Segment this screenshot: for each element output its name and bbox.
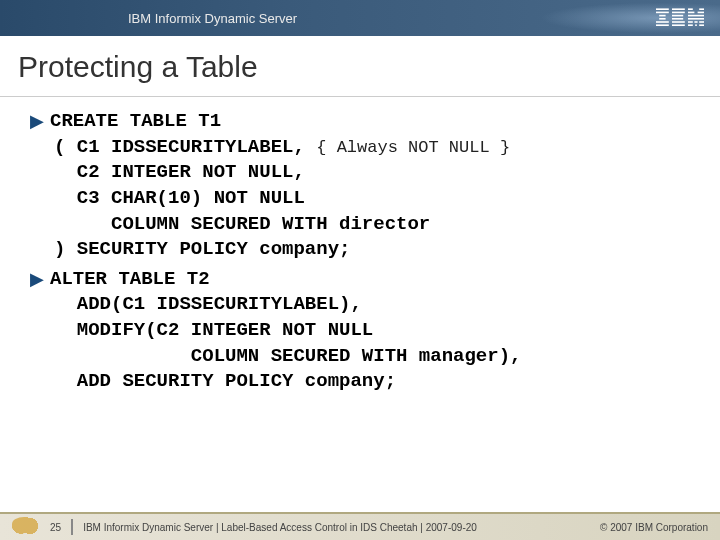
code-line: COLUMN SECURED WITH director [30, 212, 702, 238]
header-title: IBM Informix Dynamic Server [128, 11, 297, 26]
svg-rect-23 [699, 24, 704, 26]
ibm-logo [656, 8, 704, 28]
code-line: ( C1 IDSSECURITYLABEL, { Always NOT NULL… [30, 135, 702, 161]
svg-rect-22 [695, 24, 697, 26]
svg-rect-1 [656, 12, 669, 14]
svg-rect-6 [672, 8, 685, 10]
svg-rect-5 [656, 24, 669, 26]
svg-rect-7 [672, 12, 685, 14]
svg-rect-3 [659, 18, 665, 20]
cheetah-icon [12, 517, 42, 537]
code-comment: { Always NOT NULL } [316, 138, 510, 157]
footer-copyright: © 2007 IBM Corporation [600, 522, 708, 533]
page-number: 25 [50, 522, 61, 533]
footer-text: IBM Informix Dynamic Server | Label-Base… [83, 522, 600, 533]
svg-rect-19 [694, 21, 697, 23]
code-line: C2 INTEGER NOT NULL, [30, 160, 702, 186]
code-line: ADD SECURITY POLICY company; [30, 369, 702, 395]
code-line: COLUMN SECURED WITH manager), [30, 344, 702, 370]
svg-rect-20 [699, 21, 704, 23]
svg-rect-2 [659, 15, 665, 17]
bullet-arrow-icon: ▶ [30, 109, 44, 134]
svg-rect-0 [656, 8, 669, 10]
content-area: ▶ CREATE TABLE T1 ( C1 IDSSECURITYLABEL,… [0, 97, 720, 395]
svg-rect-9 [672, 18, 683, 20]
footer-separator [71, 519, 73, 535]
code-line: ADD(C1 IDSSECURITYLABEL), [30, 292, 702, 318]
svg-rect-21 [688, 24, 693, 26]
code-line: C3 CHAR(10) NOT NULL [30, 186, 702, 212]
code-block-2: ▶ ALTER TABLE T2 ADD(C1 IDSSECURITYLABEL… [30, 267, 702, 395]
code-line: CREATE TABLE T1 [50, 109, 221, 135]
header-bar: IBM Informix Dynamic Server [0, 0, 720, 36]
svg-rect-4 [656, 21, 669, 23]
svg-rect-17 [688, 18, 704, 20]
svg-rect-14 [688, 12, 694, 14]
svg-rect-15 [698, 12, 704, 14]
code-block-1: ▶ CREATE TABLE T1 ( C1 IDSSECURITYLABEL,… [30, 109, 702, 263]
code-line: ALTER TABLE T2 [50, 267, 210, 293]
svg-rect-16 [688, 15, 704, 17]
code-line: MODIFY(C2 INTEGER NOT NULL [30, 318, 702, 344]
svg-rect-10 [672, 21, 685, 23]
svg-rect-13 [699, 8, 704, 10]
svg-rect-11 [672, 24, 685, 26]
code-line: ) SECURITY POLICY company; [30, 237, 702, 263]
svg-rect-18 [688, 21, 693, 23]
footer-bar: 25 IBM Informix Dynamic Server | Label-B… [0, 512, 720, 540]
svg-rect-8 [672, 15, 683, 17]
slide-title: Protecting a Table [0, 36, 720, 97]
bullet-arrow-icon: ▶ [30, 267, 44, 292]
svg-rect-12 [688, 8, 693, 10]
